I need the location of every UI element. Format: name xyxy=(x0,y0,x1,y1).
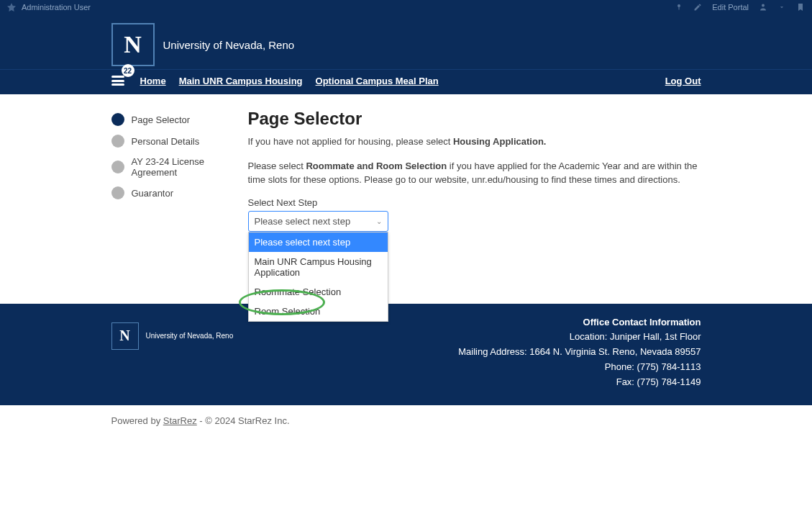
step-label: Guarantor xyxy=(132,188,174,199)
select-next-step[interactable]: Please select next step ⌄ Please select … xyxy=(248,211,388,232)
step-dot-icon xyxy=(111,186,124,199)
intro-line-2: Please select Roommate and Room Selectio… xyxy=(248,159,701,187)
select-option-placeholder[interactable]: Please select next step xyxy=(249,232,388,252)
select-option-roommate-selection[interactable]: Roommate Selection xyxy=(249,282,388,302)
nav-logout[interactable]: Log Out xyxy=(665,76,701,86)
select-label: Select Next Step xyxy=(248,197,701,208)
contact-fax: Fax: (775) 784-1149 xyxy=(458,375,701,390)
powered-prefix: Powered by xyxy=(111,415,163,426)
sidebar-item-page-selector[interactable]: Page Selector xyxy=(111,109,227,130)
footer-logo[interactable]: N xyxy=(111,322,139,350)
contact-mailing: Mailing Address: 1664 N. Virginia St. Re… xyxy=(458,345,701,360)
powered-by: Powered by StarRez - © 2024 StarRez Inc. xyxy=(111,415,701,426)
bookmark-icon[interactable] xyxy=(796,3,805,12)
sidebar-item-guarantor[interactable]: Guarantor xyxy=(111,182,227,204)
contact-phone: Phone: (775) 784-1113 xyxy=(458,360,701,375)
logo-letter: N xyxy=(119,327,129,344)
sidebar-item-license-agreement[interactable]: AY 23-24 License Agreement xyxy=(111,152,227,182)
select-option-room-selection[interactable]: Room Selection xyxy=(249,302,388,321)
step-dot-icon xyxy=(111,113,124,126)
page-title: Page Selector xyxy=(248,109,701,129)
step-label: AY 23-24 License Agreement xyxy=(132,156,227,178)
intro2-pre: Please select xyxy=(248,161,306,171)
chevron-down-icon: ⌄ xyxy=(376,217,382,225)
footer-university-name: University of Nevada, Reno xyxy=(146,332,234,340)
admin-user-label: Administration User xyxy=(22,3,91,12)
edit-portal-link[interactable]: Edit Portal xyxy=(712,3,749,12)
brand-bar: N University of Nevada, Reno xyxy=(0,14,812,69)
svg-point-2 xyxy=(762,4,765,7)
select-option-housing-app[interactable]: Main UNR Campus Housing Application xyxy=(249,252,388,282)
intro2-bold: Roommate and Room Selection xyxy=(306,161,447,171)
powered-link[interactable]: StarRez xyxy=(163,415,197,426)
contact-info: Office Contact Information Location: Jun… xyxy=(458,315,701,390)
user-icon[interactable] xyxy=(759,3,767,12)
pencil-icon[interactable] xyxy=(693,3,702,12)
step-label: Page Selector xyxy=(132,114,191,125)
contact-location: Location: Juniper Hall, 1st Floor xyxy=(458,330,701,345)
admin-bar: Administration User Edit Portal xyxy=(0,0,812,14)
university-name: University of Nevada, Reno xyxy=(163,39,295,51)
step-dot-icon xyxy=(111,161,124,173)
footer: N University of Nevada, Reno Office Cont… xyxy=(0,304,812,406)
svg-rect-1 xyxy=(679,7,680,10)
step-dot-icon xyxy=(111,135,124,148)
content: Page Selector Personal Details AY 23-24 … xyxy=(0,94,812,261)
nav-meal-plan[interactable]: Optional Campus Meal Plan xyxy=(316,76,439,86)
logo-letter: N xyxy=(124,31,142,58)
intro-line-1: If you have not applied for housing, ple… xyxy=(248,135,701,149)
contact-title: Office Contact Information xyxy=(458,315,701,330)
chevron-down-icon[interactable] xyxy=(777,3,786,12)
select-control[interactable]: Please select next step ⌄ xyxy=(248,211,388,232)
svg-point-0 xyxy=(678,4,680,7)
menu-button[interactable]: 22 xyxy=(111,74,127,87)
sidebar: Page Selector Personal Details AY 23-24 … xyxy=(111,109,227,232)
main-content: Page Selector If you have not applied fo… xyxy=(248,109,701,232)
powered-suffix: - © 2024 StarRez Inc. xyxy=(197,415,290,426)
select-menu: Please select next step Main UNR Campus … xyxy=(248,232,388,322)
logo[interactable]: N xyxy=(111,23,155,66)
step-label: Personal Details xyxy=(132,136,200,147)
sidebar-item-personal-details[interactable]: Personal Details xyxy=(111,130,227,152)
footer-brand: N University of Nevada, Reno xyxy=(111,322,234,350)
nav-main-housing[interactable]: Main UNR Campus Housing xyxy=(179,76,303,86)
select-value: Please select next step xyxy=(255,216,351,227)
intro1-pre: If you have not applied for housing, ple… xyxy=(248,136,453,147)
nav-bar: 22 Home Main UNR Campus Housing Optional… xyxy=(0,69,812,94)
nav-home[interactable]: Home xyxy=(140,76,166,86)
pin-icon[interactable] xyxy=(675,3,683,12)
star-icon xyxy=(7,3,16,12)
intro1-bold: Housing Application. xyxy=(453,136,547,147)
notification-badge: 22 xyxy=(122,64,134,77)
